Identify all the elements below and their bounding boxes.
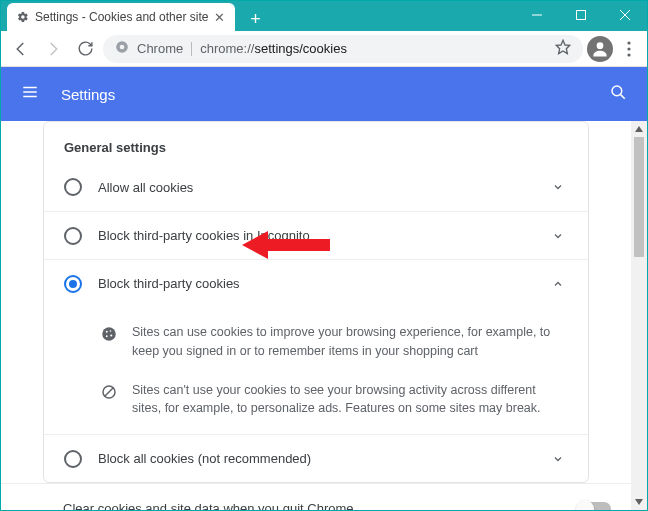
svg-line-22 <box>105 387 114 396</box>
scroll-up-icon[interactable] <box>631 121 647 137</box>
menu-icon[interactable] <box>21 83 39 105</box>
address-bar[interactable]: Chrome chrome://settings/cookies <box>103 35 583 63</box>
minimize-button[interactable] <box>515 1 559 29</box>
detail-block: Sites can't use your cookies to see your… <box>100 371 568 429</box>
scroll-down-icon[interactable] <box>631 494 647 510</box>
section-title: General settings <box>44 140 588 163</box>
tab-strip: Settings - Cookies and other site ✕ + <box>1 1 267 31</box>
maximize-button[interactable] <box>559 1 603 29</box>
detail-text: Sites can use cookies to improve your br… <box>132 323 568 361</box>
option-block-3p-cookies[interactable]: Block third-party cookies <box>44 259 588 307</box>
svg-point-10 <box>627 53 630 56</box>
vertical-scrollbar[interactable] <box>631 121 647 510</box>
tab-title: Settings - Cookies and other site <box>35 10 208 24</box>
gear-icon <box>17 11 29 23</box>
back-button[interactable] <box>7 35 35 63</box>
url-divider <box>191 42 192 56</box>
svg-marker-6 <box>556 40 569 53</box>
close-tab-icon[interactable]: ✕ <box>214 10 225 25</box>
chevron-down-icon <box>548 226 568 246</box>
window-titlebar: Settings - Cookies and other site ✕ + <box>1 1 647 31</box>
detail-allow: Sites can use cookies to improve your br… <box>100 313 568 371</box>
search-icon[interactable] <box>609 83 627 105</box>
detail-text: Sites can't use your cookies to see your… <box>132 381 568 419</box>
switch-off-icon[interactable] <box>577 502 611 511</box>
svg-point-9 <box>627 47 630 50</box>
menu-button[interactable] <box>617 35 641 63</box>
close-window-button[interactable] <box>603 1 647 29</box>
svg-point-19 <box>110 334 112 336</box>
svg-point-20 <box>106 335 108 337</box>
radio-icon <box>64 227 82 245</box>
settings-appbar: Settings <box>1 67 647 121</box>
cookie-icon <box>100 325 118 343</box>
option-allow-all-cookies[interactable]: Allow all cookies <box>44 163 588 211</box>
general-settings-card: General settings Allow all cookies Block… <box>43 121 589 483</box>
new-tab-button[interactable]: + <box>243 7 267 31</box>
bookmark-star-icon[interactable] <box>555 39 571 58</box>
url-scheme-label: Chrome <box>137 41 183 56</box>
chrome-logo-icon <box>115 40 129 57</box>
svg-point-18 <box>110 330 112 332</box>
browser-tab-settings[interactable]: Settings - Cookies and other site ✕ <box>7 3 235 31</box>
reload-button[interactable] <box>71 35 99 63</box>
appbar-title: Settings <box>61 86 115 103</box>
option-label: Block third-party cookies in Incognito <box>98 228 532 243</box>
svg-marker-25 <box>635 499 643 505</box>
block-icon <box>100 383 118 401</box>
page-body: General settings Allow all cookies Block… <box>1 121 647 510</box>
svg-point-14 <box>612 86 622 96</box>
svg-line-15 <box>621 95 625 99</box>
option-label: Block all cookies (not recommended) <box>98 451 532 466</box>
option-label: Block third-party cookies <box>98 276 532 291</box>
svg-point-16 <box>102 327 116 341</box>
chevron-down-icon <box>548 449 568 469</box>
option-label: Allow all cookies <box>98 180 532 195</box>
radio-icon-checked <box>64 275 82 293</box>
svg-marker-24 <box>635 126 643 132</box>
window-controls <box>515 1 647 29</box>
option-detail-expanded: Sites can use cookies to improve your br… <box>44 307 588 434</box>
svg-point-7 <box>597 42 604 49</box>
url-text: chrome://settings/cookies <box>200 41 347 56</box>
forward-button[interactable] <box>39 35 67 63</box>
svg-point-17 <box>106 331 108 333</box>
svg-rect-1 <box>577 11 586 20</box>
radio-icon <box>64 178 82 196</box>
scroll-track[interactable] <box>631 257 647 494</box>
browser-window: Settings - Cookies and other site ✕ + Ch… <box>0 0 648 511</box>
scrollbar-thumb[interactable] <box>634 137 644 257</box>
radio-icon <box>64 450 82 468</box>
option-block-all-cookies[interactable]: Block all cookies (not recommended) <box>44 434 588 482</box>
chevron-up-icon <box>548 274 568 294</box>
profile-avatar[interactable] <box>587 36 613 62</box>
svg-point-5 <box>120 45 125 50</box>
browser-toolbar: Chrome chrome://settings/cookies <box>1 31 647 67</box>
content-area: General settings Allow all cookies Block… <box>1 121 631 510</box>
option-block-3p-incognito[interactable]: Block third-party cookies in Incognito <box>44 211 588 259</box>
svg-point-8 <box>627 41 630 44</box>
toggle-clear-on-exit[interactable]: Clear cookies and site data when you qui… <box>1 483 631 510</box>
chevron-down-icon <box>548 177 568 197</box>
toggle-label: Clear cookies and site data when you qui… <box>63 501 561 510</box>
